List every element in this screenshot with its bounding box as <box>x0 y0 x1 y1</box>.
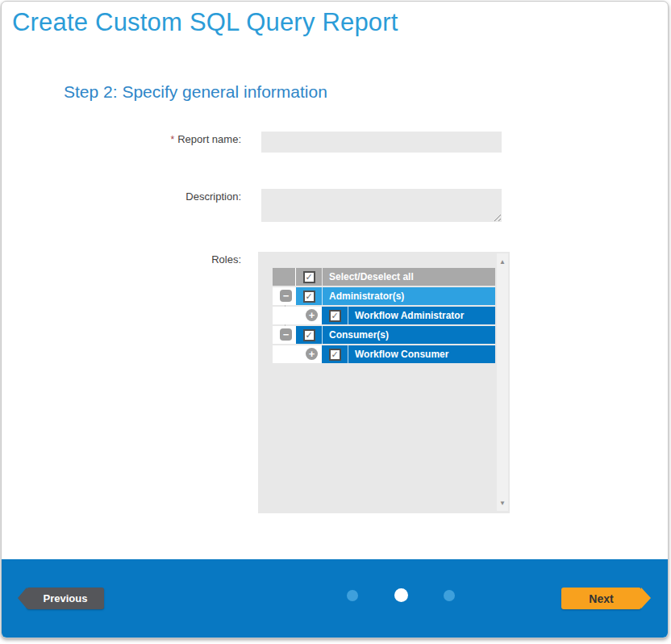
resize-handle-icon[interactable] <box>492 212 502 222</box>
header-expander-cell <box>273 268 295 286</box>
select-all-label: Select/Deselect all <box>323 271 495 282</box>
vertical-scrollbar[interactable]: ▲ ▼ <box>497 253 508 511</box>
scroll-up-icon: ▲ <box>499 258 506 266</box>
roles-header-row[interactable]: ✓ Select/Deselect all <box>273 268 495 286</box>
checkmark-icon: ✓ <box>305 292 312 301</box>
next-button-label: Next <box>589 592 613 605</box>
role-row-consumers[interactable]: − ✓ Consumer(s) <box>273 326 495 344</box>
plus-icon: + <box>309 310 315 320</box>
report-name-label-text: Report name: <box>177 133 241 145</box>
plus-icon: + <box>309 349 315 359</box>
select-all-checkbox[interactable]: ✓ <box>303 271 315 283</box>
workflow-consumer-checkbox[interactable]: ✓ <box>329 349 341 361</box>
page-title: Create Custom SQL Query Report <box>12 8 398 37</box>
page-dot-2-active <box>394 588 408 602</box>
wizard-window: Create Custom SQL Query Report Step 2: S… <box>1 1 669 638</box>
administrators-checkbox[interactable]: ✓ <box>303 291 315 303</box>
workflow-administrator-checkbox[interactable]: ✓ <box>329 310 341 322</box>
workflow-consumer-label: Workflow Consumer <box>348 349 495 360</box>
roles-label-text: Roles: <box>211 253 241 266</box>
consumers-checkbox[interactable]: ✓ <box>303 329 315 341</box>
page-dot-3 <box>444 590 455 601</box>
previous-button-label: Previous <box>44 592 88 604</box>
wizard-footer: Previous Next <box>2 559 668 638</box>
checkmark-icon: ✓ <box>331 312 338 320</box>
administrators-label: Administrator(s) <box>323 291 495 302</box>
minus-icon: − <box>283 329 290 340</box>
next-button[interactable]: Next <box>561 588 641 609</box>
required-asterisk: * <box>171 134 175 145</box>
roles-label: Roles: <box>2 253 241 266</box>
checkmark-icon: ✓ <box>305 331 312 340</box>
role-row-workflow-administrator[interactable]: + ✓ Workflow Administrator <box>273 307 495 324</box>
scroll-down-icon: ▼ <box>499 500 506 507</box>
description-label: Description: <box>2 190 241 203</box>
description-label-text: Description: <box>185 190 241 203</box>
roles-tree: ✓ Select/Deselect all − ✓ Administrator(… <box>258 252 510 513</box>
workflow-administrator-label: Workflow Administrator <box>348 310 495 321</box>
expand-button[interactable]: + <box>306 309 318 321</box>
role-row-administrators[interactable]: − ✓ Administrator(s) <box>273 287 495 305</box>
minus-icon: − <box>283 291 290 301</box>
role-row-workflow-consumer[interactable]: + ✓ Workflow Consumer <box>273 345 495 363</box>
description-input[interactable] <box>261 189 502 222</box>
scroll-up-button[interactable]: ▲ <box>497 255 508 268</box>
checkmark-icon: ✓ <box>305 273 312 282</box>
previous-button[interactable]: Previous <box>27 588 104 609</box>
collapse-button[interactable]: − <box>280 328 292 341</box>
expand-button[interactable]: + <box>306 348 318 360</box>
page-dot-1 <box>347 590 358 601</box>
report-name-input[interactable] <box>261 132 502 153</box>
scroll-down-button[interactable]: ▼ <box>497 496 508 509</box>
report-name-label: *Report name: <box>2 133 241 145</box>
collapse-button[interactable]: − <box>280 290 292 302</box>
consumers-label: Consumer(s) <box>323 329 495 341</box>
checkmark-icon: ✓ <box>331 350 338 359</box>
step-heading: Step 2: Specify general information <box>64 82 327 102</box>
